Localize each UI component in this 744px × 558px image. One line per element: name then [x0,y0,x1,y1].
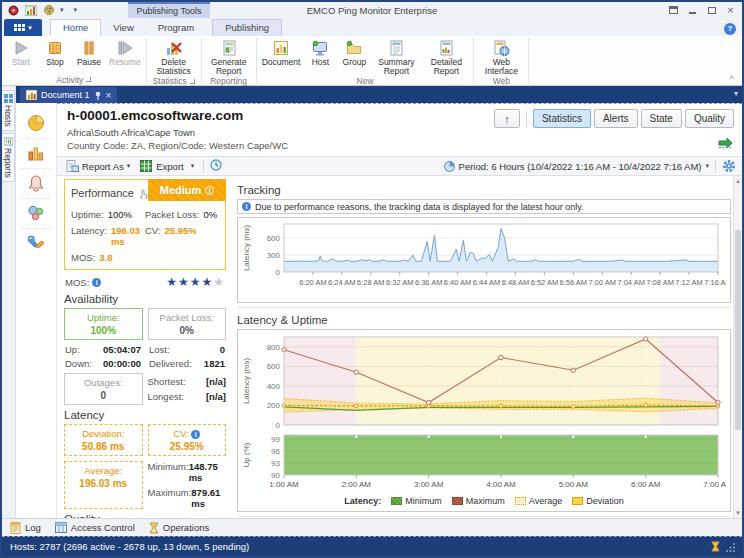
mos-info-icon[interactable]: i [92,278,101,287]
cv-info-icon[interactable]: i [191,430,200,439]
summary-report-button[interactable]: Summary Report [371,37,421,76]
quick-access-toolbar: ▾ ▾ [2,4,77,16]
resize-grip[interactable] [726,542,736,552]
scroll-down-arrow[interactable]: ▼ [734,508,742,518]
follow-latest-icon[interactable] [718,137,734,151]
tab-publishing[interactable]: Publishing [212,19,282,36]
statistics-qat-icon[interactable] [24,4,38,16]
view-button-quality[interactable]: Quality [685,109,734,128]
bottom-tab-access-control[interactable]: Access Control [55,522,135,533]
uptime-box: Uptime: 100% [64,308,143,340]
application-menu-button[interactable]: ▾ [4,19,42,36]
latency-section-title: Latency [64,409,226,421]
period-selector[interactable]: Period: 6 Hours (10/4/2022 1:16 AM - 10/… [459,161,702,172]
svg-text:6:00 AM: 6:00 AM [631,480,661,489]
svg-text:200: 200 [267,401,281,410]
tab-close-icon[interactable]: × [106,90,112,101]
alerts-view-icon[interactable] [21,169,51,199]
delete-statistics-button[interactable]: Delete Statistics [149,37,199,76]
statistics-view-icon[interactable] [21,109,51,139]
report-as-icon [66,160,79,172]
title-bar: ▾ ▾ Publishing Tools EMCO Ping Monitor E… [2,2,742,18]
theme-dropdown-caret[interactable]: ▾ [60,6,64,14]
generate-report-button[interactable]: Generate Report [204,37,254,76]
minimize-button[interactable] [684,4,701,17]
stop-icon [46,38,64,57]
notice-info-icon: i [242,202,251,211]
tab-view[interactable]: View [101,20,145,36]
history-clock-icon[interactable] [210,159,222,173]
svg-text:7:00 AM: 7:00 AM [703,480,726,489]
report-as-button[interactable]: Report As▾ [63,159,133,173]
latency-legend: Latency:MinimumMaximumAverageDeviation [240,494,728,509]
legend-swatch-maximum [452,497,463,505]
qat-customize-caret[interactable]: ▾ [74,6,78,14]
document-tab[interactable]: Document 1 × [20,87,117,103]
generate-report-icon [220,38,238,57]
activity-dialog-launcher[interactable] [86,77,91,82]
bottom-tab-operations[interactable]: Operations [149,522,209,534]
period-caret[interactable]: ▾ [705,162,709,170]
statistics-dialog-launcher[interactable] [190,79,195,84]
operations-view-icon[interactable] [21,229,51,258]
view-button-statistics[interactable]: Statistics [533,109,591,128]
down-duration: 00:00:00 [103,358,141,369]
dock-strip: Hosts Reports [2,86,16,518]
pin-icon[interactable] [94,91,102,100]
detailed-report-button[interactable]: Detailed Report [421,37,471,76]
new-group-button[interactable]: Group [337,37,371,67]
scroll-thumb[interactable] [735,230,741,430]
packet-loss-value: 0% [203,209,217,220]
vertical-scrollbar[interactable]: ▲ ▼ [733,176,742,518]
maximize-button[interactable] [703,4,720,17]
ribbon-group-activity: Start Stop Pause Resume Activity [2,36,146,85]
theme-qat-icon[interactable] [42,4,56,16]
delivered-count: 1821 [204,358,225,369]
pause-button[interactable]: Pause [72,37,106,67]
svg-text:7:00 AM: 7:00 AM [589,278,617,287]
svg-text:6:32 AM: 6:32 AM [386,278,414,287]
tab-home[interactable]: Home [50,19,101,36]
badge-info-icon[interactable]: i [205,186,214,195]
svg-text:800: 800 [267,343,281,352]
new-group-icon [345,38,363,57]
svg-text:Up (%): Up (%) [242,442,251,467]
minimum-latency: 148.75 ms [189,461,226,483]
stop-button[interactable]: Stop [38,37,72,67]
resume-button[interactable]: Resume [106,37,144,67]
bottom-tab-log[interactable]: Log [10,522,41,534]
document-tab-icon [26,90,37,100]
export-button[interactable]: Export▾ [137,159,197,173]
view-icon-strip [16,103,57,518]
new-document-button[interactable]: Document [259,37,304,67]
operations-icon [149,522,159,534]
svg-text:300: 300 [267,251,281,260]
new-host-button[interactable]: Host [303,37,337,67]
settings-gear-icon[interactable] [722,159,736,173]
tab-program[interactable]: Program [146,20,206,36]
view-button-state[interactable]: State [641,109,682,128]
summary-report-icon [387,38,405,57]
scroll-up-arrow[interactable]: ▲ [734,176,742,186]
view-button-alerts[interactable]: Alerts [594,109,638,128]
charts-view-icon[interactable] [21,139,51,169]
touch-icon [138,188,148,199]
scroll-track[interactable] [734,186,742,508]
web-interface-button[interactable]: Web Interface [476,37,526,76]
app-icon[interactable] [6,4,20,16]
sidebar-tab-reports[interactable]: Reports [2,133,15,182]
collapse-ribbon-chevron[interactable]: ˄ [729,73,734,82]
tab-list-caret[interactable]: ▾ [734,89,738,98]
window-style-button[interactable] [665,4,682,17]
start-button[interactable]: Start [4,37,38,67]
help-icon[interactable]: ? [724,23,736,35]
ribbon: Start Stop Pause Resume Activity [2,36,742,86]
ribbon-group-reporting: Generate Report Reporting [202,36,256,85]
state-view-icon[interactable] [21,199,51,229]
log-icon [10,522,21,534]
export-icon [140,160,153,172]
sidebar-tab-hosts[interactable]: Hosts [2,90,15,131]
close-button[interactable]: × [722,4,739,17]
collapse-header-button[interactable]: ↑ [494,109,520,128]
svg-text:6:24 AM: 6:24 AM [328,278,356,287]
